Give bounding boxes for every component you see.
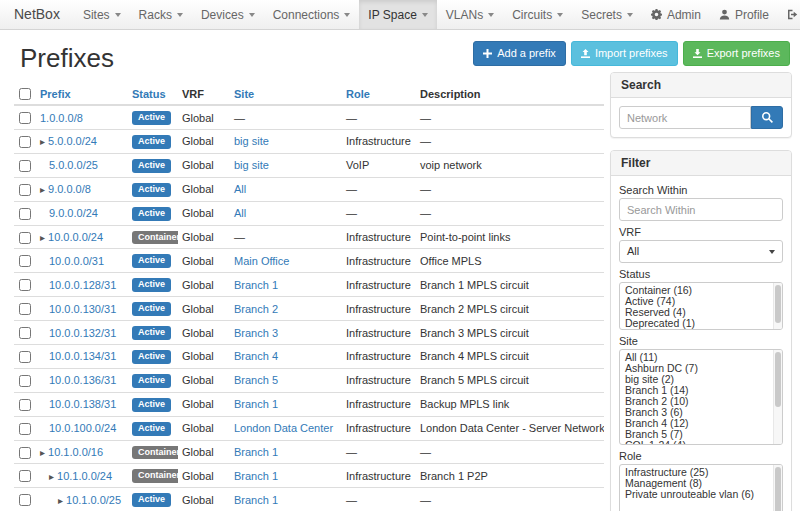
listbox-option[interactable]: Deprecated (1) xyxy=(620,318,782,329)
nav-item-sites[interactable]: Sites xyxy=(74,0,130,29)
row-checkbox[interactable] xyxy=(19,351,31,363)
listbox-option[interactable]: Branch 4 (12) xyxy=(620,418,782,429)
row-checkbox[interactable] xyxy=(19,184,31,196)
nav-item-secrets[interactable]: Secrets xyxy=(572,0,642,29)
scrollbar-thumb[interactable] xyxy=(775,467,781,511)
prefix-link[interactable]: 10.0.0.134/31 xyxy=(49,350,116,362)
nav-item-connections[interactable]: Connections xyxy=(264,0,360,29)
scrollbar-thumb[interactable] xyxy=(775,285,781,323)
nav-item-log-out[interactable]: Log out xyxy=(778,0,800,29)
site-link[interactable]: big site xyxy=(234,135,269,147)
prefix-link[interactable]: 10.0.100.0/24 xyxy=(49,422,116,434)
row-checkbox[interactable] xyxy=(19,494,31,506)
scrollbar[interactable] xyxy=(773,283,782,329)
row-checkbox[interactable] xyxy=(19,232,31,244)
site-listbox[interactable]: All (11)Ashburn DC (7)big site (2)Branch… xyxy=(619,349,783,445)
row-checkbox[interactable] xyxy=(19,112,31,124)
prefix-link[interactable]: 10.1.0.0/24 xyxy=(57,470,112,482)
listbox-option[interactable]: Branch 3 (6) xyxy=(620,407,782,418)
search-button[interactable] xyxy=(751,106,783,129)
sort-link-site[interactable]: Site xyxy=(234,88,254,100)
listbox-option[interactable]: big site (2) xyxy=(620,374,782,385)
site-link[interactable]: Branch 3 xyxy=(234,327,278,339)
site-link[interactable]: Branch 1 xyxy=(234,398,278,410)
brand[interactable]: NetBox xyxy=(0,0,74,29)
listbox-option[interactable]: Ashburn DC (7) xyxy=(620,363,782,374)
row-checkbox[interactable] xyxy=(19,160,31,172)
prefix-link[interactable]: 1.0.0.0/8 xyxy=(40,112,83,124)
site-link[interactable]: Branch 1 xyxy=(234,446,278,458)
row-checkbox[interactable] xyxy=(19,136,31,148)
site-link[interactable]: All xyxy=(234,183,246,195)
sort-link-role[interactable]: Role xyxy=(346,88,370,100)
prefix-link[interactable]: 9.0.0.0/8 xyxy=(48,183,91,195)
prefix-link[interactable]: 10.0.0.136/31 xyxy=(49,374,116,386)
prefix-link[interactable]: 10.0.0.138/31 xyxy=(49,398,116,410)
listbox-option[interactable]: Branch 2 (10) xyxy=(620,396,782,407)
select-all-checkbox[interactable] xyxy=(19,88,31,100)
prefix-link[interactable]: 10.0.0.130/31 xyxy=(49,303,116,315)
export-prefixes-button[interactable]: Export prefixes xyxy=(683,41,790,66)
listbox-option[interactable]: COL 1-24 (4) xyxy=(620,440,782,445)
listbox-option[interactable]: All (11) xyxy=(620,352,782,363)
site-link[interactable]: Branch 2 xyxy=(234,303,278,315)
nav-item-profile[interactable]: Profile xyxy=(710,0,778,29)
listbox-option[interactable]: Branch 5 (7) xyxy=(620,429,782,440)
row-checkbox[interactable] xyxy=(19,447,31,459)
nav-item-circuits[interactable]: Circuits xyxy=(503,0,572,29)
search-within-input[interactable] xyxy=(619,198,783,221)
listbox-option[interactable]: Private unrouteable vlan (6) xyxy=(620,489,782,500)
listbox-option[interactable]: Infrastructure (25) xyxy=(620,467,782,478)
prefix-link[interactable]: 10.1.0.0/25 xyxy=(66,494,121,506)
prefix-cell: 5.0.0.0/25 xyxy=(36,153,128,177)
nav-item-racks[interactable]: Racks xyxy=(130,0,192,29)
role-listbox[interactable]: Infrastructure (25)Management (8)Private… xyxy=(619,464,783,511)
row-checkbox[interactable] xyxy=(19,255,31,267)
site-link[interactable]: Branch 4 xyxy=(234,350,278,362)
site-link[interactable]: Branch 1 xyxy=(234,279,278,291)
nav-item-vlans[interactable]: VLANs xyxy=(437,0,503,29)
nav-item-devices[interactable]: Devices xyxy=(192,0,264,29)
search-input[interactable] xyxy=(619,106,751,129)
scrollbar[interactable] xyxy=(773,350,782,444)
sort-link-prefix[interactable]: Prefix xyxy=(40,88,71,100)
site-link[interactable]: All xyxy=(234,207,246,219)
status-listbox[interactable]: Container (16)Active (74)Reserved (4)Dep… xyxy=(619,282,783,330)
prefix-link[interactable]: 10.0.0.0/31 xyxy=(49,255,104,267)
vrf-select[interactable]: All xyxy=(619,240,783,263)
site-link[interactable]: Branch 5 xyxy=(234,374,278,386)
row-checkbox[interactable] xyxy=(19,375,31,387)
prefix-cell: ▸10.1.0.0/24 xyxy=(36,464,128,488)
prefix-link[interactable]: 5.0.0.0/24 xyxy=(48,135,97,147)
site-link[interactable]: Branch 1 xyxy=(234,470,278,482)
row-checkbox[interactable] xyxy=(19,279,31,291)
site-link[interactable]: big site xyxy=(234,159,269,171)
listbox-option[interactable]: Management (8) xyxy=(620,478,782,489)
prefix-link[interactable]: 10.1.0.0/16 xyxy=(48,446,103,458)
row-checkbox[interactable] xyxy=(19,208,31,220)
site-link[interactable]: Branch 1 xyxy=(234,494,278,506)
row-checkbox[interactable] xyxy=(19,470,31,482)
prefix-link[interactable]: 5.0.0.0/25 xyxy=(49,159,98,171)
row-checkbox[interactable] xyxy=(19,423,31,435)
prefix-link[interactable]: 10.0.0.0/24 xyxy=(48,231,103,243)
listbox-option[interactable]: Active (74) xyxy=(620,296,782,307)
listbox-option[interactable]: Reserved (4) xyxy=(620,307,782,318)
row-checkbox[interactable] xyxy=(19,327,31,339)
site-link[interactable]: London Data Center xyxy=(234,422,333,434)
nav-item-ip-space[interactable]: IP Space xyxy=(359,0,436,29)
sort-link-status[interactable]: Status xyxy=(132,88,166,100)
scrollbar-thumb[interactable] xyxy=(775,352,781,407)
nav-item-admin[interactable]: Admin xyxy=(642,0,710,29)
listbox-option[interactable]: Container (16) xyxy=(620,285,782,296)
listbox-option[interactable]: Branch 1 (14) xyxy=(620,385,782,396)
row-checkbox[interactable] xyxy=(19,399,31,411)
row-checkbox[interactable] xyxy=(19,303,31,315)
vrf-cell: Global xyxy=(178,321,230,345)
prefix-link[interactable]: 10.0.0.132/31 xyxy=(49,327,116,339)
prefix-link[interactable]: 10.0.0.128/31 xyxy=(49,279,116,291)
scrollbar[interactable] xyxy=(773,465,782,511)
site-link[interactable]: Main Office xyxy=(234,255,289,267)
prefix-link[interactable]: 9.0.0.0/24 xyxy=(49,207,98,219)
nav-item-label: Connections xyxy=(273,8,340,22)
